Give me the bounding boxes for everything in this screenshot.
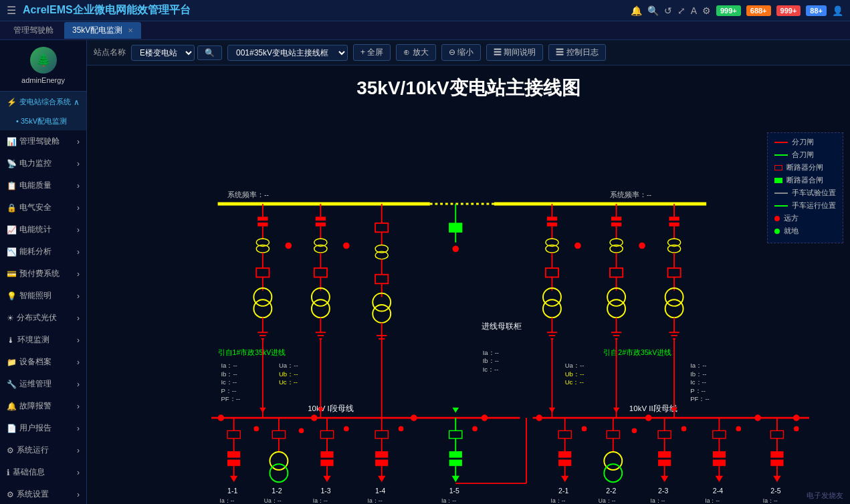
- svg-rect-182: [449, 451, 462, 458]
- svg-point-108: [665, 288, 683, 306]
- svg-marker-278: [549, 408, 556, 413]
- svg-text:1-5: 1-5: [449, 487, 459, 495]
- sidebar-item-maintenance[interactable]: 🔧 运维管理 ›: [0, 373, 86, 395]
- search-icon[interactable]: 🔍: [647, 5, 659, 16]
- svg-text:Ic：--: Ic：--: [690, 378, 706, 386]
- svg-point-77: [543, 299, 561, 318]
- tab-35kv[interactable]: 35kV配电监测 ✕: [64, 22, 141, 39]
- svg-text:P：--: P：--: [690, 387, 706, 394]
- control-log-button[interactable]: ☰ 控制日志: [548, 44, 605, 61]
- zoom-out-button[interactable]: ⊖ 缩小: [441, 44, 481, 61]
- svg-text:Ia：--: Ia：--: [221, 362, 237, 369]
- svg-rect-169: [375, 460, 388, 467]
- user-icon[interactable]: 👤: [832, 5, 843, 16]
- svg-rect-183: [449, 460, 462, 467]
- sidebar-item-dashboard[interactable]: 📊 管理驾驶舱 ›: [0, 130, 86, 152]
- sidebar-item-power-monitor[interactable]: 📡 电力监控 ›: [0, 152, 86, 174]
- svg-rect-32: [316, 223, 326, 227]
- refresh-icon[interactable]: ↺: [664, 5, 672, 16]
- chevron-right-icon6: ›: [77, 247, 80, 257]
- tab-management[interactable]: 管理驾驶舱: [5, 22, 62, 39]
- fullscreen-button[interactable]: + 全屏: [353, 44, 391, 61]
- sidebar-item-energy-stats[interactable]: 📈 电能统计 ›: [0, 219, 86, 241]
- svg-rect-69: [547, 223, 557, 227]
- svg-text:Ic：--: Ic：--: [483, 366, 499, 373]
- fullscreen-icon[interactable]: ⤢: [677, 5, 685, 16]
- svg-text:Uc：--: Uc：--: [565, 378, 584, 386]
- sidebar-item-solar[interactable]: ☀ 分布式光伏 ›: [0, 307, 86, 329]
- badge-green: 999+: [716, 5, 741, 16]
- svg-text:P：--: P：--: [221, 387, 236, 394]
- station-select[interactable]: E楼变电站: [131, 45, 195, 61]
- sidebar-item-lighting[interactable]: 💡 智能照明 ›: [0, 285, 86, 307]
- chevron-right-icon4: ›: [77, 203, 80, 213]
- sidebar-item-prepaid[interactable]: 💳 预付费系统 ›: [0, 263, 86, 285]
- legend-panel: 分刀闸 合刀闸 断路器分闸 断路器合闸 手车试验位置: [767, 132, 843, 243]
- svg-rect-234: [713, 430, 726, 438]
- svg-text:Ua：--: Ua：--: [264, 497, 282, 503]
- svg-marker-239: [716, 476, 724, 483]
- sidebar-item-base-info[interactable]: ℹ 基础信息 ›: [0, 461, 86, 483]
- svg-text:Ia：--: Ia：--: [313, 497, 328, 503]
- diagram-area: 35kV/10kV变电站主接线图 分刀闸 合刀闸 断路器分闸 断路器合闸: [87, 66, 850, 504]
- svg-text:Ua：--: Ua：--: [599, 497, 616, 503]
- station-search-button[interactable]: 🔍: [197, 45, 222, 60]
- chevron-right-icon16: ›: [77, 468, 80, 477]
- svg-text:Ia：--: Ia：--: [441, 497, 456, 503]
- sidebar-item-env-monitor[interactable]: 🌡 环境监测 ›: [0, 329, 86, 351]
- chevron-right-icon17: ›: [77, 490, 80, 499]
- sidebar-item-energy-analysis[interactable]: 📉 能耗分析 ›: [0, 241, 86, 263]
- sidebar-item-substation[interactable]: ⚡ 变电站综合系统 ∧: [0, 92, 86, 112]
- svg-marker-225: [661, 476, 669, 483]
- sidebar-item-power-quality[interactable]: 📋 电能质量 ›: [0, 174, 86, 197]
- period-button[interactable]: ☰ 期间说明: [486, 44, 543, 61]
- sidebar-item-electrical-safety[interactable]: 🔒 电气安全 ›: [0, 197, 86, 219]
- svg-text:Ua：--: Ua：--: [565, 362, 585, 369]
- svg-rect-251: [770, 460, 783, 467]
- legend-item-remote: 远方: [774, 213, 836, 223]
- svg-text:Ia：--: Ia：--: [483, 349, 499, 356]
- app-title: AcrelEMS企业微电网能效管理平台: [23, 3, 631, 17]
- zoom-in-button[interactable]: ⊕ 放大: [396, 44, 435, 61]
- svg-rect-100: [669, 217, 679, 221]
- svg-marker-201: [561, 476, 569, 483]
- font-icon[interactable]: A: [691, 5, 697, 16]
- svg-point-261: [218, 414, 225, 421]
- sidebar-item-fault-alarm[interactable]: 🔔 故障报警 ›: [0, 395, 86, 417]
- svg-text:10kV I段母线: 10kV I段母线: [308, 404, 354, 412]
- sidebar-item-device-file[interactable]: 📁 设备档案 ›: [0, 351, 86, 373]
- svg-text:Ia：--: Ia：--: [551, 497, 566, 503]
- svg-text:Ua：--: Ua：--: [279, 362, 298, 369]
- svg-rect-168: [375, 451, 388, 458]
- svg-rect-68: [547, 217, 557, 221]
- electrical-diagram-svg: 系统频率：-- 系统频率：--: [87, 104, 850, 503]
- notification-icon[interactable]: 🔔: [631, 5, 642, 16]
- diagram-select[interactable]: 001#35kV变电站主接线框: [227, 45, 348, 61]
- top-icons-bar: 🔔 🔍 ↺ ⤢ A ⚙ 999+ 688+ 999+ 88+ 👤: [631, 5, 843, 16]
- svg-text:2-3: 2-3: [658, 487, 668, 495]
- svg-point-93: [607, 299, 625, 318]
- energy-analysis-icon: 📉: [7, 247, 17, 257]
- svg-text:进线母联柜: 进线母联柜: [482, 322, 522, 330]
- svg-rect-196: [558, 430, 571, 438]
- menu-toggle[interactable]: ☰: [7, 4, 16, 17]
- settings-icon[interactable]: ⚙: [702, 5, 711, 16]
- device-file-icon: 📁: [7, 358, 17, 367]
- sidebar-item-35kv[interactable]: • 35kV配电监测: [0, 112, 86, 130]
- station-label: 站点名称: [94, 47, 126, 58]
- svg-rect-250: [770, 451, 783, 458]
- svg-point-263: [411, 414, 417, 421]
- svg-text:Ia：--: Ia：--: [368, 497, 383, 503]
- tab-close-icon[interactable]: ✕: [128, 27, 133, 34]
- avatar: 🌲: [30, 47, 57, 74]
- sidebar-item-sys-run[interactable]: ⚙ 系统运行 ›: [0, 439, 86, 461]
- legend-item-breaker-close: 断路器合闸: [774, 175, 836, 185]
- watermark: 电子发烧友: [807, 491, 843, 501]
- sidebar-item-user-report[interactable]: 📄 用户报告 ›: [0, 417, 86, 439]
- svg-rect-180: [449, 430, 462, 438]
- sidebar-item-sys-settings[interactable]: ⚙ 系统设置 ›: [0, 483, 86, 504]
- chevron-right-icon3: ›: [77, 181, 80, 191]
- svg-point-92: [607, 288, 625, 306]
- svg-point-14: [253, 288, 272, 306]
- svg-rect-236: [713, 451, 726, 458]
